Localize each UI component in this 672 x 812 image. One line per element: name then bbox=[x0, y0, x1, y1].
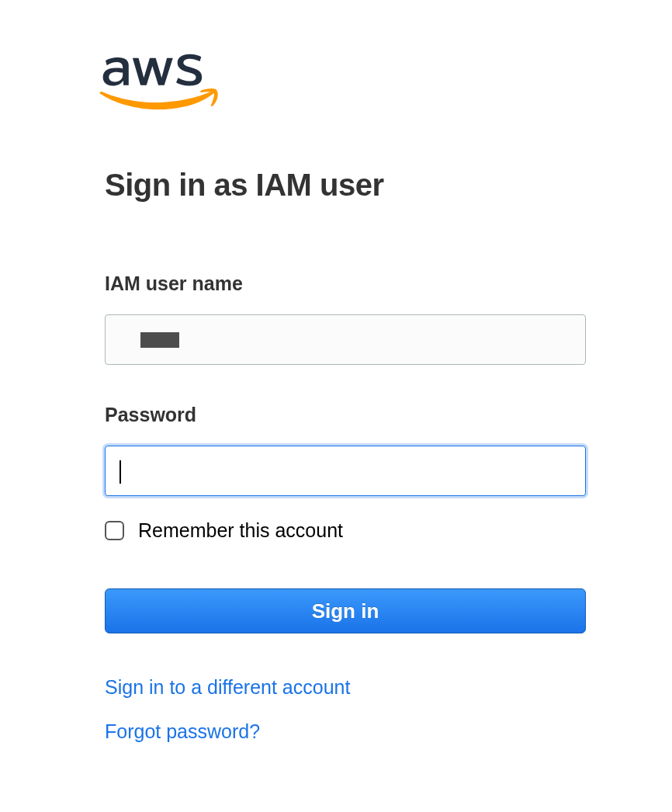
remember-account-checkbox[interactable] bbox=[105, 521, 124, 540]
password-input[interactable] bbox=[105, 446, 586, 496]
text-cursor bbox=[120, 460, 121, 484]
password-label: Password bbox=[105, 404, 586, 426]
remember-account-label: Remember this account bbox=[138, 519, 343, 542]
aws-logo bbox=[97, 31, 586, 113]
signin-button[interactable]: Sign in bbox=[105, 588, 586, 633]
username-input[interactable] bbox=[105, 314, 586, 365]
page-heading: Sign in as IAM user bbox=[105, 168, 586, 203]
different-account-link[interactable]: Sign in to a different account bbox=[105, 676, 586, 699]
username-label: IAM user name bbox=[105, 272, 586, 295]
redacted-username-value bbox=[140, 332, 179, 348]
forgot-password-link[interactable]: Forgot password? bbox=[105, 720, 586, 743]
